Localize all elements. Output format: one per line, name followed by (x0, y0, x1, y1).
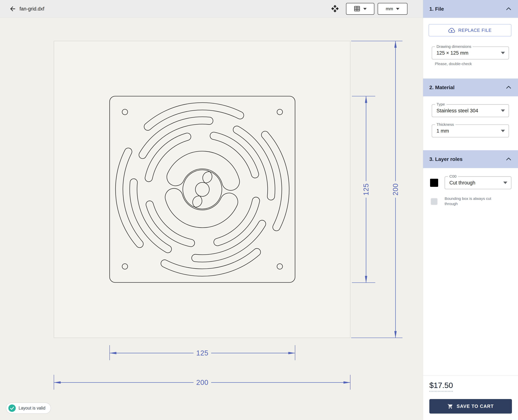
grid-menu-button[interactable] (346, 3, 374, 15)
section-header-file[interactable]: 1. File (423, 0, 518, 18)
section-title-material: 2. Material (429, 85, 455, 90)
upload-cloud-icon (448, 28, 455, 33)
chevron-up-icon (506, 7, 511, 11)
app-root: fan-grid.dxf mm (0, 0, 518, 420)
replace-file-label: REPLACE FILE (458, 28, 492, 33)
section-title-layer-roles: 3. Layer roles (429, 156, 463, 162)
dim-label: 125 (362, 183, 370, 195)
dimensions-hint: Please, double-check (435, 62, 472, 66)
dim-label: 125 (196, 349, 208, 357)
check-icon (8, 404, 16, 412)
field-value: 1 mm (436, 128, 449, 134)
save-to-cart-button[interactable]: SAVE TO CART (429, 399, 512, 413)
section-header-layer-roles[interactable]: 3. Layer roles (423, 150, 518, 168)
save-to-cart-label: SAVE TO CART (457, 404, 494, 409)
sheet-outline (54, 41, 350, 338)
caret-down-icon (363, 8, 367, 10)
topbar: fan-grid.dxf mm (0, 0, 423, 18)
back-arrow-icon (9, 5, 16, 13)
section-title-file: 1. File (429, 6, 444, 12)
back-button[interactable] (8, 5, 17, 13)
units-menu-button[interactable]: mm (378, 3, 407, 15)
dimension-sheet-width: 200 (54, 375, 350, 390)
drawing-dimensions-select[interactable]: Drawing dimensions 125 × 125 mm (432, 46, 509, 60)
bounding-box-swatch (431, 198, 437, 205)
dim-label: 200 (392, 183, 399, 195)
dim-label: 200 (196, 379, 208, 386)
dxf-preview: 125 200 125 200 (0, 18, 423, 420)
field-value: 125 × 125 mm (436, 50, 468, 56)
caret-down-icon (501, 130, 505, 132)
replace-file-button[interactable]: REPLACE FILE (429, 24, 511, 36)
field-label: Type (435, 102, 446, 106)
units-label: mm (386, 6, 393, 11)
caret-down-icon (503, 182, 507, 184)
field-value: Stainless steel 304 (436, 108, 478, 114)
cart-icon (448, 404, 453, 409)
drawing-canvas[interactable]: 125 200 125 200 (0, 18, 423, 420)
caret-down-icon (501, 110, 505, 112)
caret-down-icon (501, 52, 505, 54)
grid-icon (354, 5, 360, 13)
field-label: C00 (448, 174, 458, 179)
caret-down-icon (396, 8, 399, 10)
pan-move-icon (331, 5, 339, 13)
file-name: fan-grid.dxf (20, 0, 44, 18)
dimension-plate-width: 125 (110, 345, 295, 360)
thickness-select[interactable]: Thickness 1 mm (432, 125, 509, 137)
section-header-material[interactable]: 2. Material (423, 79, 518, 96)
layer-color-swatch[interactable] (430, 179, 438, 187)
dimension-plate-height: 125 (352, 96, 375, 283)
settings-sidebar: 1. File REPLACE FILE Drawing dimensions … (423, 0, 518, 420)
price[interactable]: $17.50 (429, 381, 453, 392)
layout-status-badge: Layout is valid (6, 403, 51, 414)
checkout-area: $17.50 SAVE TO CART (423, 375, 518, 420)
field-label: Drawing dimensions (435, 44, 473, 49)
bounding-box-note: Bounding box is always cut through (445, 196, 503, 207)
pan-tool-button[interactable] (329, 3, 341, 15)
chevron-up-icon (506, 85, 511, 90)
material-type-select[interactable]: Type Stainless steel 304 (432, 104, 509, 117)
chevron-up-icon (506, 157, 511, 161)
field-label: Thickness (435, 122, 456, 127)
layout-status-text: Layout is valid (19, 406, 46, 411)
dimension-sheet-height: 200 (351, 41, 403, 338)
layer-role-select[interactable]: C00 Cut through (445, 176, 511, 189)
field-value: Cut through (449, 180, 475, 186)
